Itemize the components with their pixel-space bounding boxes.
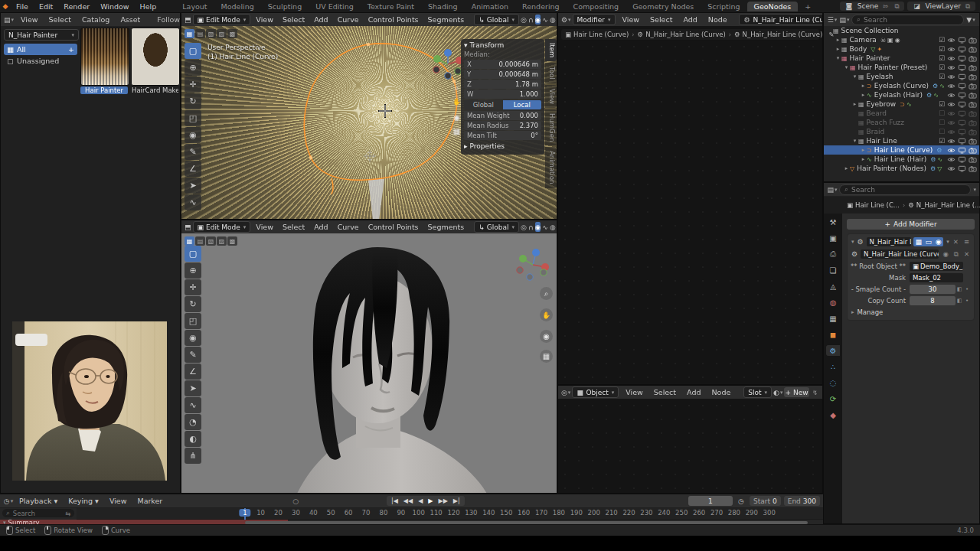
jump-to-start-button[interactable]: |◀ — [389, 497, 400, 505]
camera-toggle-icon[interactable] — [969, 147, 977, 154]
eye-toggle-icon[interactable] — [947, 73, 956, 80]
camera-toggle-icon[interactable] — [969, 156, 977, 163]
add-modifier-button[interactable]: + Add Modifier — [847, 219, 975, 230]
animate-dot-icon[interactable]: • — [963, 286, 971, 292]
sidebar-tab-view[interactable]: View — [545, 85, 557, 108]
expand-arrow-icon[interactable]: ▸ — [843, 165, 850, 171]
breadcrumb-item[interactable]: ⚙N_Hair_Hair Line (Curve) — [638, 31, 726, 38]
breadcrumb-item[interactable]: ▣Hair Line (Curve) — [565, 31, 629, 38]
node-menu-select[interactable]: Select — [645, 15, 678, 24]
prev-keyframe-button[interactable]: ◀◀ — [401, 497, 415, 505]
new-scene-icon[interactable]: ⧉ — [893, 2, 900, 11]
vp-bottom-menu-select[interactable]: Select — [279, 223, 309, 231]
scene-selector[interactable]: ◙ Scene ⇰ ⧉ — [840, 2, 905, 11]
tool-curve-pen[interactable]: ∿ — [185, 397, 201, 413]
tool-rotate[interactable]: ↻ — [185, 93, 201, 109]
monitor-toggle-icon[interactable] — [958, 92, 966, 99]
monitor-toggle-icon[interactable] — [958, 46, 966, 53]
manage-subpanel[interactable]: ▸Manage — [851, 307, 971, 317]
filter-icon[interactable]: ▼▾ — [965, 15, 976, 24]
sidebar-tab-animation[interactable]: Animation — [545, 147, 557, 187]
sidebar-tab-tool[interactable]: Tool — [545, 63, 557, 83]
outliner-item-hair-line-hair[interactable]: ▸∿Hair Line (Hair)⚙∿ — [824, 155, 979, 164]
eye-toggle-icon[interactable] — [947, 64, 956, 71]
sidebar-tab-item[interactable]: Item — [545, 39, 557, 61]
nodes-toggle-icon[interactable]: ↯ — [811, 389, 819, 396]
workspace-tab-shading[interactable]: Shading — [421, 2, 465, 11]
outliner-item-hair-painter-preset[interactable]: ▾▦Hair Painter (Preset)☑ — [824, 63, 979, 72]
tool-annotate[interactable]: ✎ — [185, 144, 201, 160]
close-icon[interactable]: ✕ — [952, 238, 960, 246]
mean-tilt-field[interactable]: Mean Tilt0° — [464, 131, 541, 140]
jump-to-end-button[interactable]: ▶| — [451, 497, 462, 505]
tab-constraints[interactable]: ⟳ — [826, 393, 840, 404]
eye-toggle-icon[interactable] — [947, 119, 956, 126]
camera-toggle-icon[interactable] — [969, 119, 977, 126]
editor-type-icon[interactable]: ▤▾ — [4, 15, 14, 24]
eye-toggle-icon[interactable] — [947, 138, 956, 145]
properties-search[interactable]: ⌕ Search — [839, 184, 971, 195]
select-mode-3[interactable]: ▧ — [206, 236, 216, 246]
select-mode-3[interactable]: ▧ — [206, 29, 216, 38]
shader-type-select[interactable]: ■ Object▾ — [572, 386, 619, 398]
vp-top-menu-add[interactable]: Add — [310, 15, 332, 24]
timeline-menu-playback[interactable]: Playback ▾ — [14, 497, 63, 505]
median-x-field[interactable]: X0.000646 m — [464, 60, 541, 69]
unlink-icon[interactable]: ✕ — [962, 250, 971, 258]
tool-move[interactable]: ✛ — [185, 279, 201, 295]
node-menu-add[interactable]: Add — [678, 15, 702, 24]
outliner-item-hair-painter[interactable]: ▾▦Hair Painter☑ — [824, 54, 979, 63]
options-icon[interactable]: ▾ — [973, 187, 976, 193]
field-value[interactable]: Mask_02 — [910, 273, 963, 282]
camera-toggle-icon[interactable] — [969, 165, 977, 172]
pan-hand-icon[interactable]: ✋ — [540, 308, 553, 321]
workspace-tab-scripting[interactable]: Scripting — [701, 2, 746, 11]
mean-radius-field[interactable]: Mean Radius2.370 — [464, 121, 541, 130]
tab-collection[interactable]: ▦ — [826, 313, 840, 324]
tool-measure[interactable]: ∠ — [185, 364, 201, 380]
workspace-tab-geonodes[interactable]: GeoNodes — [747, 2, 799, 11]
expand-arrow-icon[interactable]: ▸ — [835, 46, 841, 52]
falloff-icon[interactable]: ∿ — [542, 222, 548, 232]
camera-view-icon[interactable]: ◉ — [540, 330, 553, 343]
eye-toggle-icon[interactable] — [947, 55, 956, 62]
mode-select[interactable]: ▣Edit Mode▾ — [193, 14, 251, 25]
slot-select[interactable]: Slot▾ — [743, 386, 772, 398]
monitor-toggle-icon[interactable] — [958, 101, 966, 108]
tool-annotate[interactable]: ✎ — [185, 347, 201, 363]
snap-magnet-icon[interactable]: ∩ — [528, 15, 534, 24]
node-menu-node[interactable]: Node — [703, 15, 733, 24]
checkbox-icon[interactable]: ☑ — [939, 100, 945, 108]
eye-toggle-icon[interactable] — [947, 165, 956, 172]
vp-top-menu-control-points[interactable]: Control Points — [364, 15, 423, 24]
pivot-point-icon[interactable]: ◎ — [521, 222, 527, 232]
outliner-item-hair-painter-nodes[interactable]: ▸▽Hair Painter (Nodes)⚙▽ — [824, 164, 979, 173]
stopwatch-icon[interactable]: ◷ — [736, 496, 746, 506]
timeline-menu-view[interactable]: View — [104, 497, 132, 505]
camera-toggle-icon[interactable] — [969, 110, 977, 117]
outliner-item-peach-fuzz[interactable]: ▦Peach Fuzz☐ — [824, 118, 979, 127]
camera-toggle-icon[interactable] — [969, 37, 977, 44]
editor-type-icon[interactable]: ☰▾ — [827, 15, 838, 24]
modifier-display-toggles[interactable]: ▦▭◉ — [913, 237, 943, 246]
monitor-toggle-icon[interactable] — [958, 83, 966, 90]
extras-icon[interactable]: ≡ — [962, 238, 971, 246]
eye-toggle-icon[interactable] — [947, 129, 956, 135]
field-value[interactable]: 30 — [910, 285, 956, 294]
zoom-icon[interactable]: ⌕ — [540, 287, 553, 300]
select-mode-4[interactable]: ▨ — [217, 29, 227, 38]
expand-arrow-icon[interactable]: ▾ — [851, 138, 858, 144]
outliner-item-eyelash[interactable]: ▾▦Eyelash☑ — [824, 72, 979, 81]
outliner-item-eyelash-hair[interactable]: ▸∿Eyelash (Hair)⚙∿ — [824, 90, 979, 99]
outliner-item-scene-collection[interactable]: ▦Scene Collection — [824, 26, 979, 35]
properties-subpanel[interactable]: ▸ Properties — [464, 142, 541, 150]
space-button-global[interactable]: Global — [464, 100, 503, 109]
eye-toggle-icon[interactable] — [947, 83, 956, 90]
tool-scale[interactable]: ◰ — [185, 110, 201, 126]
blender-logo-icon[interactable]: ◆ — [0, 2, 11, 11]
node-tree-type-select[interactable]: Modifier▾ — [573, 14, 616, 25]
monitor-toggle-icon[interactable] — [958, 129, 966, 135]
tool-measure[interactable]: ∠ — [185, 161, 201, 177]
shader-menu-view[interactable]: View — [620, 388, 648, 396]
checkbox-icon[interactable]: ☑ — [939, 54, 945, 62]
